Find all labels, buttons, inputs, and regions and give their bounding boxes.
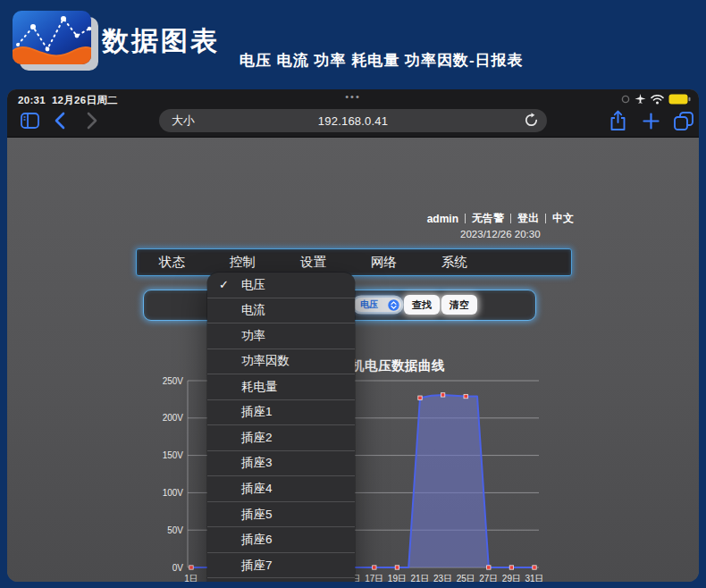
dropdown-item[interactable]: 插座5 xyxy=(207,501,355,527)
back-button[interactable] xyxy=(54,109,66,132)
dropdown-item[interactable]: 插座6 xyxy=(207,526,355,552)
dropdown-item[interactable]: 插座1 xyxy=(207,399,355,425)
select-chevrons-icon xyxy=(388,299,399,311)
svg-text:250V: 250V xyxy=(163,376,184,386)
dropdown-item[interactable]: 电流 xyxy=(207,298,355,323)
share-button[interactable] xyxy=(608,109,627,132)
svg-text:50V: 50V xyxy=(167,525,183,535)
user-name-link[interactable]: admin xyxy=(427,213,458,225)
ipad-screen: 20:31 12月26日周二 ••• xyxy=(7,89,699,582)
sidebar-toggle-button[interactable] xyxy=(20,109,39,132)
nav-item-网络[interactable]: 网络 xyxy=(349,254,419,271)
svg-text:17日: 17日 xyxy=(365,574,383,582)
report-subtitle: 电压 电流 功率 耗电量 功率因数-日报表 xyxy=(240,50,524,71)
nav-item-系统[interactable]: 系统 xyxy=(419,254,490,271)
svg-text:19日: 19日 xyxy=(388,574,407,582)
airplane-icon xyxy=(635,94,646,105)
multitask-ellipsis[interactable]: ••• xyxy=(7,91,699,102)
logout-link[interactable]: 登出 xyxy=(517,211,539,226)
svg-text:0V: 0V xyxy=(172,563,184,573)
new-tab-button[interactable] xyxy=(641,109,660,132)
battery-icon xyxy=(668,94,691,105)
app-logo xyxy=(9,7,102,75)
clear-button[interactable]: 清空 xyxy=(441,295,477,315)
svg-text:31日: 31日 xyxy=(525,574,543,582)
find-button[interactable]: 查找 xyxy=(404,295,440,315)
svg-text:100V: 100V xyxy=(163,488,184,498)
dropdown-item[interactable]: 插座4 xyxy=(207,475,355,501)
reload-button[interactable] xyxy=(524,113,539,128)
nav-item-控制[interactable]: 控制 xyxy=(207,254,278,271)
metric-select[interactable]: 电压 xyxy=(354,298,401,312)
alarm-status-link[interactable]: 无告警 xyxy=(472,211,504,226)
address-bar[interactable]: 大小 192.168.0.41 xyxy=(159,109,547,132)
dropdown-item[interactable]: 功率因数 xyxy=(207,349,355,374)
forward-button[interactable] xyxy=(86,109,98,132)
svg-text:29日: 29日 xyxy=(502,574,521,582)
tabs-button[interactable] xyxy=(672,109,695,132)
dropdown-item[interactable]: 功率 xyxy=(207,323,355,349)
svg-text:21日: 21日 xyxy=(410,574,429,582)
main-nav: 状态控制设置网络系统 xyxy=(136,248,572,276)
dropdown-item[interactable]: 插座3 xyxy=(207,450,355,476)
svg-text:200V: 200V xyxy=(163,413,184,423)
web-page: admin 无告警 登出 中文 2023/12/26 20:30 状态控制设置网… xyxy=(7,137,699,582)
device-datetime: 2023/12/26 20:30 xyxy=(427,229,574,239)
url-text[interactable]: 192.168.0.41 xyxy=(159,114,547,128)
orientation-lock-icon xyxy=(621,95,630,104)
nav-item-状态[interactable]: 状态 xyxy=(137,254,207,271)
svg-text:25日: 25日 xyxy=(457,574,475,582)
svg-text:150V: 150V xyxy=(163,450,184,460)
nav-item-设置[interactable]: 设置 xyxy=(278,254,349,271)
metric-dropdown: ✓电压电流功率功率因数耗电量插座1插座2插座3插座4插座5插座6插座7插座8 xyxy=(207,273,355,582)
dropdown-item[interactable]: 插座8 xyxy=(207,577,355,582)
svg-text:27日: 27日 xyxy=(479,574,498,582)
svg-text:1日: 1日 xyxy=(184,574,198,582)
dropdown-item[interactable]: 插座2 xyxy=(207,424,355,450)
user-bar: admin 无告警 登出 中文 2023/12/26 20:30 xyxy=(427,211,574,239)
language-link[interactable]: 中文 xyxy=(552,211,574,226)
metric-select-value: 电压 xyxy=(360,298,388,311)
safari-chrome: 20:31 12月26日周二 ••• xyxy=(7,89,699,138)
dropdown-item[interactable]: 耗电量 xyxy=(207,374,355,399)
dropdown-item[interactable]: ✓电压 xyxy=(207,273,355,298)
checkmark-icon: ✓ xyxy=(219,278,229,291)
dropdown-item[interactable]: 插座7 xyxy=(207,552,355,578)
app-title: 数据图表 xyxy=(102,23,220,60)
svg-text:23日: 23日 xyxy=(433,574,452,582)
wifi-icon xyxy=(651,95,664,105)
